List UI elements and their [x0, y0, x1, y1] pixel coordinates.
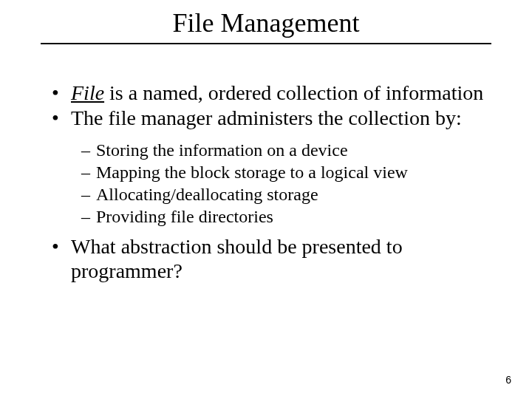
- sub-bullet-3: Allocating/deallocating storage: [81, 183, 502, 205]
- bullet-1-rest: is a named, ordered collection of inform…: [104, 81, 483, 104]
- bullet-item-1: File is a named, ordered collection of i…: [52, 81, 502, 105]
- bullet-list-2: What abstraction should be presented to …: [30, 235, 502, 282]
- bullet-list: File is a named, ordered collection of i…: [30, 81, 502, 130]
- sub-bullet-1: Storing the information on a device: [81, 139, 502, 161]
- sub-bullet-4: Providing file directories: [81, 205, 502, 228]
- bullet-item-3: What abstraction should be presented to …: [52, 235, 502, 282]
- sub-bullet-2: Mapping the block storage to a logical v…: [81, 161, 502, 183]
- slide-title: File Management: [30, 7, 502, 43]
- sub-bullet-list: Storing the information on a device Mapp…: [30, 139, 502, 228]
- slide: File Management File is a named, ordered…: [0, 0, 532, 399]
- file-term: File: [71, 81, 104, 104]
- page-number: 6: [505, 374, 511, 386]
- title-divider: [41, 43, 491, 44]
- bullet-item-2: The file manager administers the collect…: [52, 106, 502, 130]
